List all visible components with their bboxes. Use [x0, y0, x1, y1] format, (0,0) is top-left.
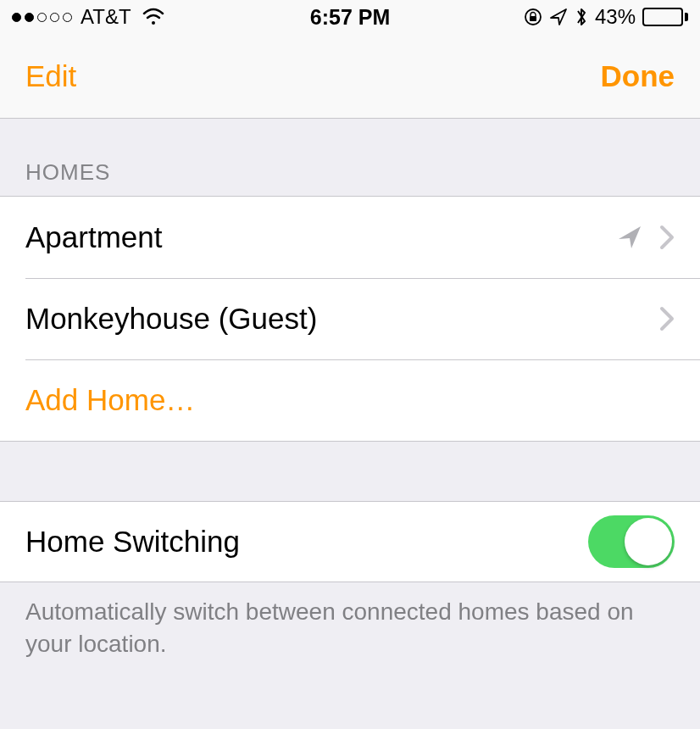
section-header-homes: HOMES [0, 119, 700, 196]
battery-percentage: 43% [595, 5, 636, 29]
carrier-label: AT&T [81, 5, 131, 29]
home-switching-row: Home Switching [0, 501, 700, 582]
chevron-right-icon [659, 306, 675, 331]
edit-button[interactable]: Edit [25, 59, 76, 93]
toggle-knob [625, 518, 672, 565]
add-home-row[interactable]: Add Home… [0, 359, 700, 441]
status-bar: AT&T 6:57 PM 43% [0, 0, 700, 34]
chevron-right-icon [659, 225, 675, 250]
home-switching-footer: Automatically switch between connected h… [0, 582, 700, 674]
wifi-icon [142, 8, 165, 26]
home-row-monkeyhouse[interactable]: Monkeyhouse (Guest) [0, 278, 700, 359]
home-label: Monkeyhouse (Guest) [25, 302, 659, 336]
home-label: Apartment [25, 220, 617, 254]
home-switching-toggle[interactable] [588, 515, 675, 568]
signal-strength-icon [12, 13, 72, 22]
done-button[interactable]: Done [601, 59, 675, 93]
nav-bar: Edit Done [0, 34, 700, 119]
bluetooth-icon [575, 6, 588, 28]
homes-list: Apartment Monkeyhouse (Guest) Add Home… [0, 196, 700, 442]
location-arrow-icon [617, 225, 642, 250]
status-left: AT&T [12, 5, 165, 29]
home-switching-label: Home Switching [25, 525, 240, 559]
status-right: 43% [524, 5, 688, 29]
add-home-label: Add Home… [25, 383, 675, 417]
location-services-icon [549, 8, 568, 26]
home-row-apartment[interactable]: Apartment [0, 197, 700, 278]
section-spacer [0, 442, 700, 501]
svg-rect-1 [530, 16, 536, 21]
battery-icon [642, 8, 688, 26]
status-time: 6:57 PM [310, 5, 390, 30]
orientation-lock-icon [524, 8, 542, 26]
